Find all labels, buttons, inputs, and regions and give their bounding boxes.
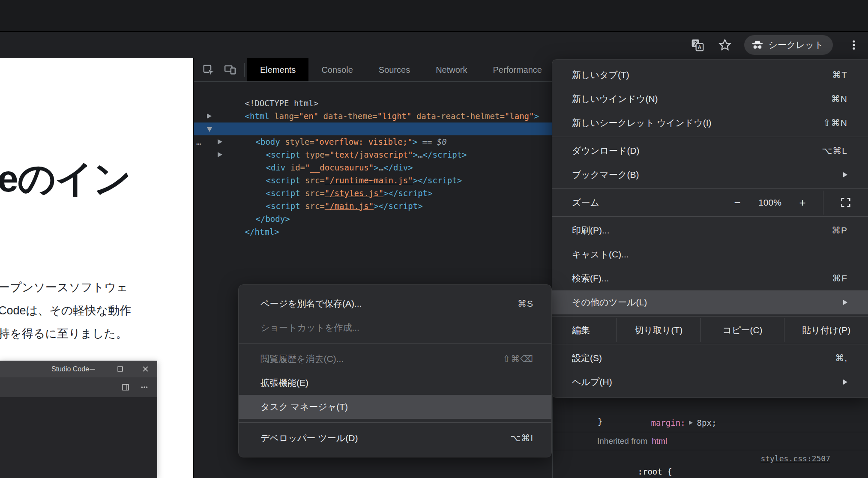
menu-item-zoom: ズーム − 100% + <box>552 191 868 215</box>
expand-arrow-icon[interactable] <box>207 114 212 119</box>
menu-separator <box>552 137 868 137</box>
paragraph-line: Codeは、その軽快な動作 <box>0 299 131 322</box>
menu-item-new-incognito-window[interactable]: 新しいシークレット ウインドウ(I) ⇧⌘N <box>552 111 868 135</box>
css-rule-root[interactable]: :root { styles.css:2507 <box>599 452 868 465</box>
bookmark-star-icon[interactable] <box>717 37 733 53</box>
cut-button[interactable]: 切り取り(T) <box>617 318 700 342</box>
translate-icon[interactable]: A <box>689 37 706 53</box>
svg-text:A: A <box>697 45 701 51</box>
webpage-content: eのイン ープンソースソフトウェ Codeは、その軽快な動作 持を得るに至りまし… <box>0 58 193 478</box>
submenu-item-extensions[interactable]: 拡張機能(E) <box>239 371 551 395</box>
expand-arrow-icon[interactable] <box>218 152 222 157</box>
browser-menu: 新しいタブ(T) ⌘T 新しいウインドウ(N) ⌘N 新しいシークレット ウイン… <box>552 59 868 398</box>
menu-item-cast[interactable]: キャスト(C)... <box>552 242 868 266</box>
screen: A シークレット <box>0 0 868 478</box>
menu-item-settings[interactable]: 設定(S) ⌘, <box>552 346 868 370</box>
menu-item-print[interactable]: 印刷(P)... ⌘P <box>552 218 868 242</box>
vscode-screenshot: Studio Code <box>0 361 157 478</box>
submenu-item-task-manager[interactable]: タスク マネージャ(T) <box>239 395 551 419</box>
tab-network[interactable]: Network <box>423 58 480 81</box>
expand-arrow-icon[interactable] <box>218 139 222 144</box>
vscode-editor-area: avaScript, Python, PHP, Azure, Docker... <box>0 397 157 478</box>
collapse-arrow-icon[interactable] <box>207 127 212 132</box>
more-tools-submenu: ページを別名で保存(A)... ⌘S ショートカットを作成... 閲覧履歴を消去… <box>238 284 552 457</box>
tab-elements[interactable]: Elements <box>247 58 308 81</box>
paragraph-line: ープンソースソフトウェ <box>0 276 131 299</box>
inherited-element-link[interactable]: html <box>652 436 667 445</box>
vscode-titlebar: Studio Code <box>0 361 157 377</box>
tab-console[interactable]: Console <box>308 58 365 81</box>
menu-separator <box>552 216 868 217</box>
inherited-from-bar: Inherited fromhtml <box>553 432 868 450</box>
more-actions-icon <box>141 383 148 391</box>
stylesheet-source-link[interactable]: styles.css:2507 <box>760 452 830 465</box>
maximize-icon <box>117 365 124 373</box>
menu-separator <box>239 422 551 423</box>
menu-separator <box>552 316 868 317</box>
menu-item-edit: 編集 切り取り(T) コピー(C) 貼り付け(P) <box>552 318 868 342</box>
css-closing-brace: } <box>598 415 602 428</box>
css-declaration-custom-property[interactable]: --docusaurus-announcement-bar-height: <box>624 466 844 478</box>
page-paragraph: ープンソースソフトウェ Codeは、その軽快な動作 持を得るに至りました。 <box>0 276 131 345</box>
incognito-label: シークレット <box>769 39 823 51</box>
split-editor-icon <box>122 383 129 391</box>
menu-separator <box>552 188 868 189</box>
zoom-out-button[interactable]: − <box>726 196 748 209</box>
vscode-toolbar <box>0 377 157 397</box>
menu-item-more-tools[interactable]: その他のツール(L) <box>552 290 868 314</box>
zoom-level: 100% <box>748 197 791 208</box>
shorthand-expand-icon[interactable] <box>689 421 693 425</box>
vscode-window-title: Studio Code <box>51 361 89 377</box>
css-declaration-margin[interactable]: margin:8px; <box>612 403 716 416</box>
inspect-element-icon[interactable] <box>202 63 215 76</box>
submenu-chevron-icon <box>843 379 847 385</box>
menu-item-new-tab[interactable]: 新しいタブ(T) ⌘T <box>552 63 868 87</box>
tab-sources[interactable]: Sources <box>366 58 423 81</box>
page-heading: eのイン <box>0 153 131 204</box>
submenu-chevron-icon <box>843 300 847 305</box>
menu-item-new-window[interactable]: 新しいウインドウ(N) ⌘N <box>552 87 868 111</box>
submenu-item-clear-browsing-data: 閲覧履歴を消去(C)... ⇧⌘⌫ <box>239 347 551 371</box>
fullscreen-button[interactable] <box>823 197 868 209</box>
incognito-icon <box>751 39 764 51</box>
toolbar-divider <box>244 63 245 77</box>
menu-item-bookmarks[interactable]: ブックマーク(B) <box>552 163 868 187</box>
menu-item-find[interactable]: 検索(F)... ⌘F <box>552 266 868 290</box>
paste-button[interactable]: 貼り付け(P) <box>784 318 868 342</box>
menu-item-downloads[interactable]: ダウンロード(D) ⌥⌘L <box>552 139 868 163</box>
menu-item-help[interactable]: ヘルプ(H) <box>552 370 868 394</box>
zoom-in-button[interactable]: + <box>791 196 814 209</box>
paragraph-line: 持を得るに至りました。 <box>0 322 131 345</box>
minimize-icon <box>89 365 96 373</box>
menu-separator <box>239 343 551 344</box>
tab-performance[interactable]: Performance <box>480 58 555 81</box>
window-top-strip <box>0 0 868 32</box>
close-icon <box>142 365 149 373</box>
styles-pane: margin:8px; } Inherited fromhtml :root {… <box>552 394 868 478</box>
copy-button[interactable]: コピー(C) <box>701 318 784 342</box>
device-toolbar-icon[interactable] <box>224 63 236 76</box>
browser-menu-icon[interactable] <box>846 37 862 53</box>
submenu-item-developer-tools[interactable]: デベロッパー ツール(D) ⌥⌘I <box>239 426 551 450</box>
browser-toolbar: A シークレット <box>0 32 868 58</box>
toolbar-right-cluster: A シークレット <box>689 32 868 58</box>
submenu-item-create-shortcut: ショートカットを作成... <box>239 316 551 340</box>
incognito-badge: シークレット <box>744 35 833 55</box>
submenu-item-save-page-as[interactable]: ページを別名で保存(A)... ⌘S <box>239 292 551 316</box>
menu-separator <box>552 344 868 344</box>
zoom-controls: − 100% + <box>726 191 868 215</box>
devtools-tabs: Elements Console Sources Network Perform… <box>247 58 555 81</box>
edit-label: 編集 <box>552 318 617 342</box>
submenu-chevron-icon <box>843 172 847 177</box>
